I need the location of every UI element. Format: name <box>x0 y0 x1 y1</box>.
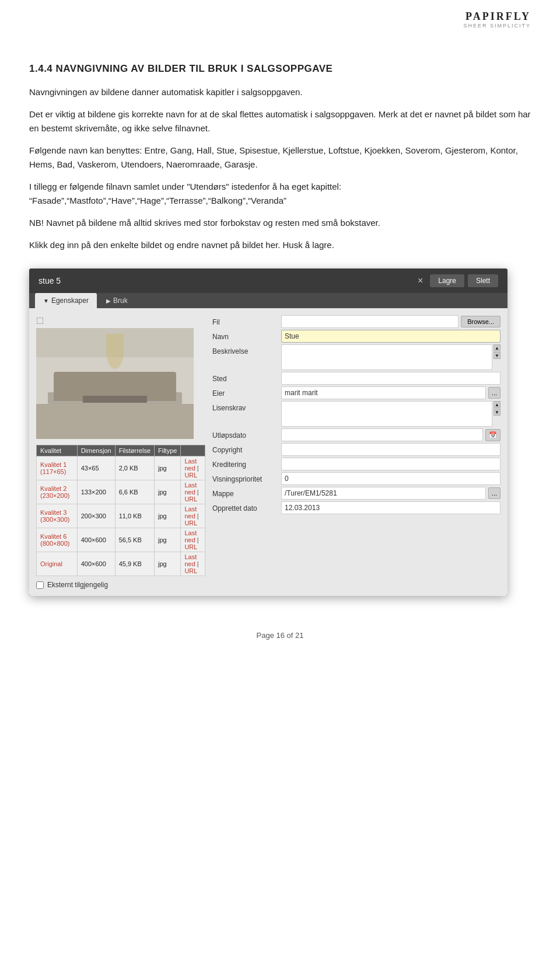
field-fil[interactable] <box>281 315 459 328</box>
form-label-utløpsdato: Utløpsdato <box>212 428 276 440</box>
cell-filstorrelse: 45,9 KB <box>115 552 154 576</box>
form-field-wrap-5: ▲▼ <box>281 401 501 427</box>
url-link[interactable]: URL <box>184 519 197 526</box>
paragraph-1: Navngivningen av bildene danner automati… <box>29 85 531 99</box>
cell-filstorrelse: 6,6 KB <box>115 480 154 504</box>
field-sted[interactable] <box>281 372 501 385</box>
url-link[interactable]: URL <box>184 472 197 479</box>
dialog-close-button[interactable]: × <box>418 276 423 286</box>
field-navn[interactable] <box>281 330 501 343</box>
field-lisenskrav[interactable] <box>281 401 492 427</box>
tab-bruk[interactable]: ▶ Bruk <box>98 293 136 308</box>
cell-filtype: jpg <box>155 528 181 552</box>
cell-action[interactable]: Last ned | URL <box>181 528 205 552</box>
crop-icon: ⬚ <box>36 315 205 325</box>
tab-egenskaper-label: Egenskaper <box>51 297 89 305</box>
cell-dimensjon: 400×600 <box>77 552 115 576</box>
cell-dimensjon: 200×300 <box>77 504 115 528</box>
form-label-sted: Sted <box>212 372 276 383</box>
calendar-button[interactable]: 📅 <box>485 429 501 441</box>
scroll-down[interactable]: ▼ <box>494 409 501 416</box>
form-label-kreditering: Kreditering <box>212 458 276 469</box>
dots-button[interactable]: ... <box>488 387 501 399</box>
eksternt-checkbox[interactable] <box>36 581 44 589</box>
cell-action[interactable]: Last ned | URL <box>181 552 205 576</box>
dialog-title: stue 5 <box>38 276 61 285</box>
scrollbar: ▲▼ <box>494 401 501 416</box>
dots-button[interactable]: ... <box>488 487 501 499</box>
url-link[interactable]: URL <box>184 496 197 503</box>
save-button[interactable]: Lagre <box>430 274 464 287</box>
scroll-up[interactable]: ▲ <box>494 344 501 351</box>
field-opprettet-dato[interactable] <box>281 501 501 514</box>
form-field-wrap-8 <box>281 458 501 470</box>
cell-dimensjon: 43×65 <box>77 456 115 480</box>
cell-filtype: jpg <box>155 504 181 528</box>
cell-action[interactable]: Last ned | URL <box>181 480 205 504</box>
paragraph-4: I tillegg er følgende filnavn samlet und… <box>29 180 531 208</box>
field-visningsprioritet[interactable] <box>281 472 501 485</box>
eksternt-label: Eksternt tilgjengelig <box>47 581 108 589</box>
form-label-opprettet-dato: Opprettet dato <box>212 501 276 512</box>
dialog-header: stue 5 × Lagre Slett <box>29 268 508 293</box>
dialog-form: FilBrowse...NavnBeskrivelse▲▼StedEier...… <box>212 315 501 514</box>
tab-egenskaper[interactable]: ▼ Egenskaper <box>35 293 97 308</box>
field-beskrivelse[interactable] <box>281 344 492 370</box>
cell-kvalitet: Kvalitet 6 (800×800) <box>37 528 78 552</box>
field-kreditering[interactable] <box>281 458 501 470</box>
cell-filstorrelse: 11,0 KB <box>115 504 154 528</box>
form-field-wrap-6: 📅 <box>281 428 501 441</box>
form-field-wrap-7 <box>281 443 501 456</box>
cell-kvalitet: Kvalitet 3 (300×300) <box>37 504 78 528</box>
scroll-up[interactable]: ▲ <box>494 401 501 408</box>
cell-action[interactable]: Last ned | URL <box>181 504 205 528</box>
scroll-down[interactable]: ▼ <box>494 352 501 359</box>
tab-egenskaper-icon: ▼ <box>43 298 49 304</box>
form-label-copyright: Copyright <box>212 443 276 454</box>
room-floor <box>36 404 194 439</box>
image-quality-table: Kvalitet Dimensjon Filstørrelse Filtype … <box>36 445 205 576</box>
table-header-filstorrelse: Filstørrelse <box>115 445 154 456</box>
cell-action[interactable]: Last ned | URL <box>181 456 205 480</box>
checkbox-row: Eksternt tilgjengelig <box>36 581 205 589</box>
dialog-wrapper: stue 5 × Lagre Slett ▼ Egenskaper ▶ Bruk <box>29 268 531 596</box>
room-lamp <box>106 334 124 369</box>
cell-filstorrelse: 56,5 KB <box>115 528 154 552</box>
room-table <box>83 396 147 403</box>
section-title: 1.4.4 NAVNGIVNING AV BILDER TIL BRUK I S… <box>29 63 531 75</box>
cell-kvalitet: Kvalitet 2 (230×200) <box>37 480 78 504</box>
url-link[interactable]: URL <box>184 543 197 550</box>
cell-dimensjon: 133×200 <box>77 480 115 504</box>
logo-tagline: SHEER SIMPLICITY <box>463 23 531 29</box>
dialog-header-actions: × Lagre Slett <box>418 274 498 287</box>
url-link[interactable]: URL <box>184 567 197 574</box>
field-utløpsdato[interactable] <box>281 428 483 441</box>
table-row: Kvalitet 6 (800×800) 400×600 56,5 KB jpg… <box>37 528 205 552</box>
field-mappe[interactable] <box>281 487 486 500</box>
tab-bruk-icon: ▶ <box>106 298 111 304</box>
dialog-right-panel: FilBrowse...NavnBeskrivelse▲▼StedEier...… <box>212 315 501 589</box>
form-label-lisenskrav: Lisenskrav <box>212 401 276 412</box>
form-label-visningsprioritet: Visningsprioritet <box>212 472 276 483</box>
form-field-wrap-9 <box>281 472 501 485</box>
form-field-wrap-3 <box>281 372 501 385</box>
paragraph-6: Klikk deg inn på den enkelte bildet og e… <box>29 238 531 252</box>
image-dialog: stue 5 × Lagre Slett ▼ Egenskaper ▶ Bruk <box>29 268 508 596</box>
delete-button[interactable]: Slett <box>468 274 498 287</box>
table-row: Kvalitet 3 (300×300) 200×300 11,0 KB jpg… <box>37 504 205 528</box>
cell-kvalitet: Kvalitet 1 (117×65) <box>37 456 78 480</box>
cell-filtype: jpg <box>155 456 181 480</box>
table-header-kvalitet: Kvalitet <box>37 445 78 456</box>
dialog-body: ⬚ <box>29 308 508 596</box>
field-copyright[interactable] <box>281 443 501 456</box>
form-label-fil: Fil <box>212 315 276 326</box>
cell-filstorrelse: 2,0 KB <box>115 456 154 480</box>
cell-kvalitet: Original <box>37 552 78 576</box>
paragraph-5: NB! Navnet på bildene må alltid skrives … <box>29 216 531 230</box>
table-header-dimensjon: Dimensjon <box>77 445 115 456</box>
logo: PAPIRFLY SHEER SIMPLICITY <box>463 11 531 29</box>
browse-button[interactable]: Browse... <box>461 316 501 327</box>
form-field-wrap-11 <box>281 501 501 514</box>
form-label-beskrivelse: Beskrivelse <box>212 344 276 355</box>
field-eier[interactable] <box>281 386 486 399</box>
